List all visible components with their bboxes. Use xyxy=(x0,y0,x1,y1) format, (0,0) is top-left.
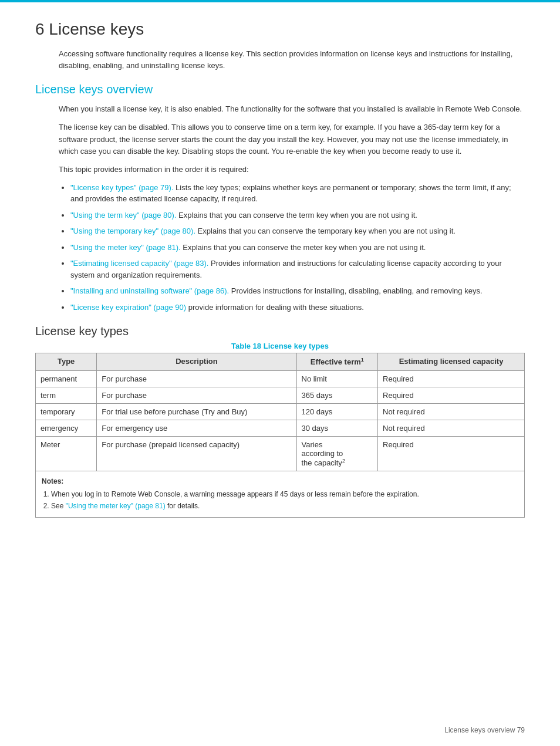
cell-description: For purchase xyxy=(97,387,296,403)
list-item: "Using the meter key" (page 81). Explain… xyxy=(70,242,525,254)
list-item-text-3: Explains that you can conserve the meter… xyxy=(181,243,426,252)
overview-para-3: This topic provides information in the o… xyxy=(59,164,525,176)
cell-description: For emergency use xyxy=(97,420,296,436)
col-header-effective-term: Effective term1 xyxy=(296,353,378,370)
cell-description: For purchase (prepaid licensed capacity) xyxy=(97,436,296,471)
table-row: permanentFor purchaseNo limitRequired xyxy=(36,370,525,387)
types-section-title: License key types xyxy=(35,325,525,338)
table-row: MeterFor purchase (prepaid licensed capa… xyxy=(36,436,525,471)
col-header-estimating: Estimating licensed capacity xyxy=(378,353,525,370)
cell-type: temporary xyxy=(36,403,97,420)
overview-section-body: When you install a license key, it is al… xyxy=(59,103,525,313)
table-title: Table 18 License key types xyxy=(35,342,525,350)
chapter-title: 6 License keys xyxy=(35,20,525,39)
cell-type: term xyxy=(36,387,97,403)
cell-effective-term: Variesaccording tothe capacity2 xyxy=(296,436,378,471)
cell-type: Meter xyxy=(36,436,97,471)
overview-section-title: License keys overview xyxy=(35,83,525,96)
cell-effective-term: 30 days xyxy=(296,420,378,436)
cell-type: permanent xyxy=(36,370,97,387)
cell-description: For trial use before purchase (Try and B… xyxy=(97,403,296,420)
cell-effective-term: No limit xyxy=(296,370,378,387)
cell-estimating: Required xyxy=(378,370,525,387)
overview-para-2: The license key can be disabled. This al… xyxy=(59,121,525,158)
chapter-intro: Accessing software functionality require… xyxy=(59,48,525,71)
note-2-prefix: See xyxy=(51,502,66,510)
list-item: "Using the temporary key" (page 80). Exp… xyxy=(70,225,525,237)
list-item-text-1: Explains that you can conserve the term … xyxy=(176,211,417,220)
list-item: "License key types" (page 79). Lists the… xyxy=(70,182,525,205)
cell-estimating: Required xyxy=(378,436,525,471)
cell-description: For purchase xyxy=(97,370,296,387)
list-item: "License key expiration" (page 90) provi… xyxy=(70,302,525,313)
col-header-type: Type xyxy=(36,353,97,370)
cell-estimating: Not required xyxy=(378,420,525,436)
link-estimating-capacity[interactable]: "Estimating licensed capacity" (page 83)… xyxy=(70,259,208,268)
cell-estimating: Not required xyxy=(378,403,525,420)
license-types-table: Type Description Effective term1 Estimat… xyxy=(35,353,525,471)
page-footer: License keys overview 79 xyxy=(444,726,525,734)
col-header-description: Description xyxy=(97,353,296,370)
link-meter-key[interactable]: "Using the meter key" (page 81). xyxy=(70,243,181,252)
note-2-rest: for details. xyxy=(166,502,200,510)
link-expiration[interactable]: "License key expiration" (page 90) xyxy=(70,303,186,312)
link-temporary-key[interactable]: "Using the temporary key" (page 80). xyxy=(70,227,195,235)
list-item-text-5: Provides instructions for installing, di… xyxy=(229,286,482,295)
table-row: emergencyFor emergency use30 daysNot req… xyxy=(36,420,525,436)
note-item-1: When you log in to Remote Web Console, a… xyxy=(51,489,518,499)
list-item: "Estimating licensed capacity" (page 83)… xyxy=(70,258,525,281)
note-2-link[interactable]: "Using the meter key" (page 81) xyxy=(66,502,166,510)
table-notes: Notes: When you log in to Remote Web Con… xyxy=(35,471,525,518)
page-content: 6 License keys Accessing software functi… xyxy=(0,2,560,553)
table-header-row: Type Description Effective term1 Estimat… xyxy=(36,353,525,370)
cell-effective-term: 365 days xyxy=(296,387,378,403)
notes-list: When you log in to Remote Web Console, a… xyxy=(51,489,518,511)
table-row: temporaryFor trial use before purchase (… xyxy=(36,403,525,420)
cell-type: emergency xyxy=(36,420,97,436)
list-item: "Using the term key" (page 80). Explains… xyxy=(70,210,525,221)
cell-estimating: Required xyxy=(378,387,525,403)
link-license-key-types[interactable]: "License key types" (page 79). xyxy=(70,183,173,192)
list-item: "Installing and uninstalling software" (… xyxy=(70,285,525,297)
table-row: termFor purchase365 daysRequired xyxy=(36,387,525,403)
list-item-text-2: Explains that you can conserve the tempo… xyxy=(195,227,456,235)
list-item-text-6: provide information for dealing with the… xyxy=(186,303,364,312)
link-installing-uninstalling[interactable]: "Installing and uninstalling software" (… xyxy=(70,286,229,295)
overview-para-1: When you install a license key, it is al… xyxy=(59,103,525,116)
note-item-2: See "Using the meter key" (page 81) for … xyxy=(51,501,518,511)
link-term-key[interactable]: "Using the term key" (page 80). xyxy=(70,211,176,220)
cell-effective-term: 120 days xyxy=(296,403,378,420)
overview-bullet-list: "License key types" (page 79). Lists the… xyxy=(70,182,525,313)
notes-label: Notes: xyxy=(42,476,518,487)
